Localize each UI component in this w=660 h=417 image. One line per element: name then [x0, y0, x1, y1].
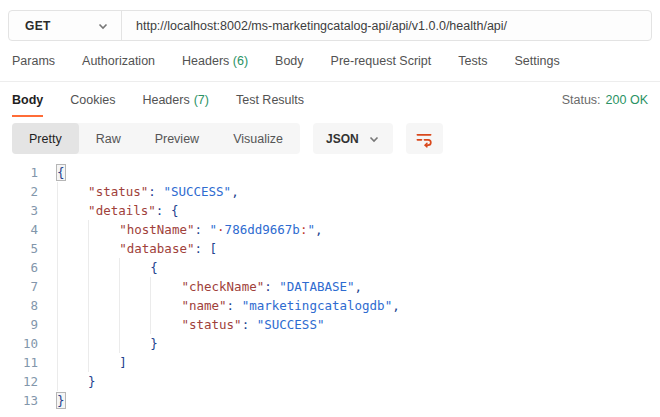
code-token: : [227, 298, 242, 313]
code-token: ] [119, 355, 127, 370]
code-token: : [264, 279, 279, 294]
indent-guide [119, 296, 150, 315]
line-number: 2 [0, 182, 38, 201]
code-line: 11 ] [0, 353, 660, 372]
indent-guide [150, 277, 181, 296]
code-line: 9 "status": "SUCCESS" [0, 315, 660, 334]
indent-guide [57, 239, 88, 258]
line-number: 7 [0, 277, 38, 296]
status-label: Status: [562, 93, 601, 107]
code-token: "name" [181, 298, 226, 313]
code-token: [ [210, 241, 218, 256]
code-line: 8 "name": "marketingcatalogdb", [0, 296, 660, 315]
response-tab-headers[interactable]: Headers(7) [142, 82, 209, 117]
indent-guide [57, 296, 88, 315]
indent-guide [57, 372, 88, 391]
line-number: 10 [0, 334, 38, 353]
code-token: "details" [88, 203, 156, 218]
indent-guide [88, 220, 119, 239]
indent-guide [57, 182, 88, 201]
code-line: 6 { [0, 258, 660, 277]
line-number: 5 [0, 239, 38, 258]
code-token: { [171, 203, 179, 218]
status-badge: 200 OK [606, 93, 648, 107]
indent-guide [57, 353, 88, 372]
line-number: 1 [0, 163, 38, 182]
line-number: 11 [0, 353, 38, 372]
code-token: { [57, 165, 65, 180]
tab-pre-request-script[interactable]: Pre-request Script [331, 54, 432, 68]
code-token: "hostName" [119, 222, 194, 237]
line-number: 4 [0, 220, 38, 239]
code-token: 786dd9667b [225, 222, 300, 237]
indent-guide [88, 258, 119, 277]
view-tab-pretty[interactable]: Pretty [12, 123, 79, 154]
code-token: } [88, 374, 96, 389]
code-line: 12 } [0, 372, 660, 391]
tab-settings[interactable]: Settings [514, 54, 559, 68]
response-tab-body[interactable]: Body [12, 82, 43, 117]
code-line-text: } [57, 334, 158, 353]
response-status: Status: 200 OK [562, 82, 648, 117]
line-number: 13 [0, 391, 38, 410]
indent-guide [119, 334, 150, 353]
indent-guide [88, 353, 119, 372]
indent-guide [88, 334, 119, 353]
response-body-editor[interactable]: 1{2 "status": "SUCCESS",3 "details": {4 … [0, 161, 660, 410]
view-mode-group: Pretty Raw Preview Visualize [12, 123, 300, 154]
code-token: · [217, 222, 225, 237]
code-token: "database" [119, 241, 194, 256]
indent-guide [57, 220, 88, 239]
format-label: JSON [326, 132, 359, 146]
tab-headers[interactable]: Headers (6) [182, 54, 248, 68]
indent-guide [150, 296, 181, 315]
response-tab-test-results[interactable]: Test Results [236, 82, 304, 117]
indent-guide [88, 315, 119, 334]
code-line-text: "checkName": "DATABASE", [57, 277, 362, 296]
wrap-lines-button[interactable] [406, 123, 443, 154]
code-line: 3 "details": { [0, 201, 660, 220]
code-token: : [194, 241, 209, 256]
format-select[interactable]: JSON [313, 123, 393, 154]
code-line-text: "database": [ [57, 239, 217, 258]
indent-guide [57, 277, 88, 296]
view-tab-raw[interactable]: Raw [79, 123, 138, 154]
code-token: : [148, 184, 163, 199]
request-tabs: Params Authorization Headers (6) Body Pr… [0, 41, 660, 82]
method-select[interactable]: GET [9, 11, 121, 40]
response-header: Body Cookies Headers(7) Test Results Sta… [0, 82, 660, 117]
indent-guide [57, 315, 88, 334]
code-line-text: } [57, 391, 65, 410]
code-line-text: "name": "marketingcatalogdb", [57, 296, 400, 315]
indent-guide [150, 315, 181, 334]
code-token: "checkName" [181, 279, 264, 294]
code-token: "marketingcatalogdb" [242, 298, 393, 313]
tab-tests[interactable]: Tests [458, 54, 487, 68]
code-token: "status" [88, 184, 148, 199]
view-tab-visualize[interactable]: Visualize [216, 123, 300, 154]
code-line-text: { [57, 163, 65, 182]
code-line: 4 "hostName": "·786dd9667b:", [0, 220, 660, 239]
tab-authorization[interactable]: Authorization [82, 54, 155, 68]
code-line-text: "hostName": "·786dd9667b:", [57, 220, 322, 239]
url-input[interactable]: http://localhost:8002/ms-marketingcatalo… [122, 11, 651, 40]
tab-body[interactable]: Body [275, 54, 304, 68]
method-label: GET [25, 19, 51, 33]
code-line: 5 "database": [ [0, 239, 660, 258]
code-line-text: ] [57, 353, 127, 372]
code-token: "SUCCESS" [257, 317, 325, 332]
line-number: 9 [0, 315, 38, 334]
code-token: : [194, 222, 209, 237]
code-line: 7 "checkName": "DATABASE", [0, 277, 660, 296]
indent-guide [88, 239, 119, 258]
response-tab-cookies[interactable]: Cookies [70, 82, 115, 117]
code-line: 1{ [0, 163, 660, 182]
response-headers-count-badge: (7) [194, 93, 209, 107]
view-tab-preview[interactable]: Preview [138, 123, 216, 154]
line-number: 12 [0, 372, 38, 391]
code-token: " [210, 222, 218, 237]
indent-guide [119, 315, 150, 334]
indent-guide [57, 334, 88, 353]
code-token: : [156, 203, 171, 218]
tab-params[interactable]: Params [12, 54, 55, 68]
